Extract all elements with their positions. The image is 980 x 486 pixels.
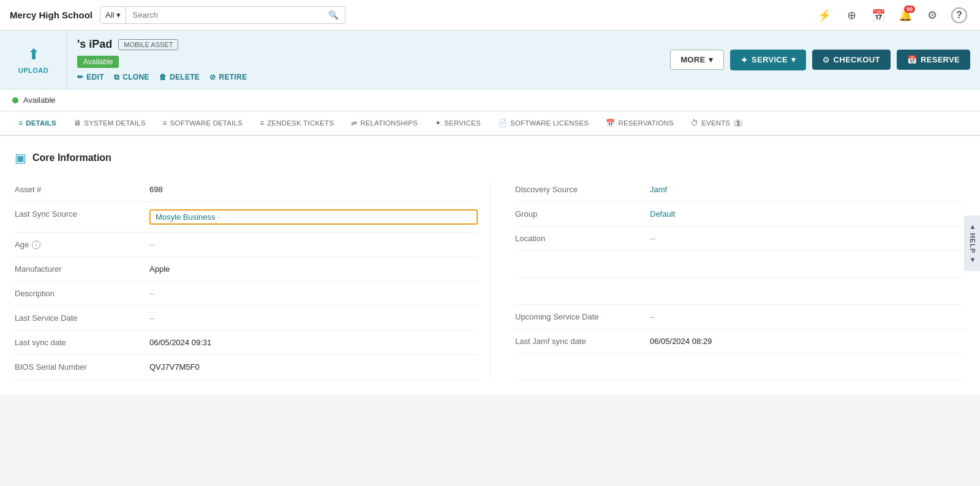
details-right-col: Discovery SourceJamfGroupDefaultLocation… [490,178,965,381]
delete-action[interactable]: 🗑 DELETE [159,73,200,81]
detail-value: 06/05/2024 09:31 [149,338,478,347]
status-dot [12,97,18,103]
add-button[interactable]: ⊕ [840,4,862,26]
details-left-col: Asset #698Last Sync SourceMosyle Busines… [15,178,490,381]
header-left: Mercy High School All ▾ 🔍 [10,6,345,24]
asset-banner: ⬆ UPLOAD 's iPad MOBILE ASSET Available … [0,31,980,89]
detail-row: Upcoming Service Date-- [515,305,965,329]
tab-icon-relationships: ⇌ [351,119,357,127]
retire-icon: ⊘ [209,73,216,81]
detail-row: Asset #698 [15,178,478,202]
detail-value: -- [650,312,965,321]
settings-button[interactable]: ⚙ [921,4,943,26]
service-icon: ✦ [741,55,748,65]
clone-action[interactable]: ⧉ CLONE [114,73,149,81]
chevron-down-icon: ▾ [709,55,713,64]
asset-actions: ✏ EDIT ⧉ CLONE 🗑 DELETE ⊘ RETIRE [77,73,650,81]
tab-label-reservations: RESERVATIONS [618,119,674,127]
tab-icon-software-details: ≡ [163,119,167,127]
detail-value: QVJ7V7M5F0 [149,362,478,372]
detail-value[interactable]: Mosyle Business · [149,209,478,225]
retire-action[interactable]: ⊘ RETIRE [209,73,247,81]
detail-row: Location-- [515,226,965,251]
detail-row-empty [515,278,965,305]
tab-icon-zendesk-tickets: ≡ [260,119,264,127]
detail-value[interactable]: Jamf [650,185,965,194]
main-content: ▣ Core Information Asset #698Last Sync S… [0,136,980,395]
tab-relationships[interactable]: ⇌RELATIONSHIPS [342,111,426,136]
tab-software-licenses[interactable]: 📄SOFTWARE LICENSES [489,111,597,136]
notifications-button[interactable]: 🔔 90 [894,4,916,26]
calendar-icon: 📅 [872,9,885,22]
detail-row: ManufacturerApple [15,257,478,282]
detail-row: BIOS Serial NumberQVJ7V7M5F0 [15,355,478,379]
detail-row: Description-- [15,282,478,306]
tab-icon-reservations: 📅 [606,119,615,127]
status-label: Available [23,95,56,105]
chevron-icon: ▲ [969,222,976,230]
detail-row: GroupDefault [515,202,965,226]
detail-label: Agei [15,240,149,249]
calendar-button[interactable]: 📅 [867,4,889,26]
status-bar: Available [0,89,980,111]
clone-label: CLONE [123,73,149,81]
detail-label: Description [15,289,149,298]
detail-value: -- [149,289,478,298]
tab-services[interactable]: ✦SERVICES [426,111,489,136]
upload-panel[interactable]: ⬆ UPLOAD [0,31,67,89]
tab-label-events: EVENTS [701,119,730,127]
tab-icon-software-licenses: 📄 [498,119,507,127]
delete-label: DELETE [170,73,200,81]
tab-zendesk-tickets[interactable]: ≡ZENDESK TICKETS [251,111,342,136]
help-button[interactable]: ? [948,4,970,26]
detail-value: Apple [149,264,478,274]
more-button[interactable]: MORE ▾ [670,50,724,70]
reserve-button[interactable]: 📅 RESERVE [897,50,970,70]
trash-icon: 🗑 [159,73,167,81]
info-icon[interactable]: i [32,241,40,249]
search-input[interactable] [126,7,322,23]
section-icon: ▣ [15,151,26,165]
search-filter-select[interactable]: All ▾ [100,7,126,23]
tab-events[interactable]: ⏱EVENTS1 [682,111,752,136]
lightning-button[interactable]: ⚡ [813,4,835,26]
chevron-down-icon: ▾ [116,10,121,20]
gear-icon: ⚙ [927,9,937,22]
tab-reservations[interactable]: 📅RESERVATIONS [597,111,682,136]
tab-software-details[interactable]: ≡SOFTWARE DETAILS [154,111,251,136]
detail-label: Manufacturer [15,264,149,274]
tab-icon-services: ✦ [435,119,441,127]
search-button[interactable]: 🔍 [322,7,345,23]
header: Mercy High School All ▾ 🔍 ⚡ ⊕ 📅 🔔 90 ⚙ ? [0,0,980,31]
help-label: HELP [969,233,976,253]
tab-system-details[interactable]: 🖥SYSTEM DETAILS [65,111,154,136]
tab-label-software-licenses: SOFTWARE LICENSES [510,119,589,127]
app-title: Mercy High School [10,10,92,20]
tab-details[interactable]: ≡DETAILS [10,111,65,136]
service-chevron-icon: ▾ [791,55,796,64]
detail-value[interactable]: Default [650,209,965,219]
tab-label-zendesk-tickets: ZENDESK TICKETS [267,119,334,127]
tab-icon-system-details: 🖥 [74,119,81,127]
detail-row: Agei-- [15,233,478,257]
service-button[interactable]: ✦ SERVICE ▾ [730,50,807,70]
edit-icon: ✏ [77,73,83,81]
service-label: SERVICE [752,55,788,64]
tab-icon-details: ≡ [18,119,23,127]
upload-label: UPLOAD [18,67,48,74]
detail-row: Last Sync SourceMosyle Business · [15,202,478,233]
tab-label-system-details: SYSTEM DETAILS [84,119,145,127]
checkout-button[interactable]: ⊙ CHECKOUT [812,50,890,70]
question-icon: ? [951,7,967,23]
edit-action[interactable]: ✏ EDIT [77,73,104,81]
detail-value: 698 [149,185,478,194]
asset-title-row: 's iPad MOBILE ASSET [77,38,650,51]
asset-name: 's iPad [77,38,112,51]
detail-label: Last Jamf sync date [515,337,650,346]
detail-label: Last Service Date [15,313,149,323]
header-right: ⚡ ⊕ 📅 🔔 90 ⚙ ? [813,4,970,26]
detail-row: Last sync date06/05/2024 09:31 [15,331,478,355]
help-panel[interactable]: ▲ HELP ▼ [965,215,980,271]
detail-row: Last Service Date-- [15,306,478,331]
detail-label: Location [515,234,650,243]
